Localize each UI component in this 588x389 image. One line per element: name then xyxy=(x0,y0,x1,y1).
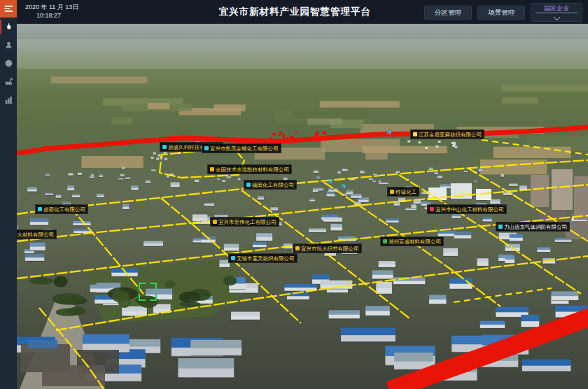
menu-icon[interactable] xyxy=(0,0,17,17)
company-label-text: 潮州百盛材料有限公司 xyxy=(388,238,441,246)
company-label[interactable]: 全国技术水准凯特材料有限公司 xyxy=(207,164,292,174)
company-label[interactable]: 无锡市蓝天纺织有限公司 xyxy=(228,253,298,263)
company-label-text: 横田化工有限公司 xyxy=(252,181,294,189)
company-label[interactable]: 横田化工有限公司 xyxy=(244,180,297,190)
dropdown-label: 园区企业 xyxy=(544,4,569,13)
company-label-text: 特诚化工 xyxy=(396,188,416,196)
factory-icon xyxy=(4,77,13,86)
sidebar-item-fire[interactable] xyxy=(0,17,17,36)
app-window: 2020 年 11 月 13日 10:18:27 宜兴市新材料产业园智慧管理平台… xyxy=(0,0,588,389)
header-bar: 2020 年 11 月 13日 10:18:27 宜兴市新材料产业园智慧管理平台… xyxy=(17,0,588,24)
company-label[interactable]: 宜兴市中山化工材料有限公司 xyxy=(427,204,507,214)
company-label-text: 宜兴市宏伟化工有限公司 xyxy=(218,218,276,226)
company-label[interactable]: 特诚化工 xyxy=(387,187,419,197)
company-label-text: 全国技术水准凯特材料有限公司 xyxy=(216,166,289,174)
company-marker-icon xyxy=(38,207,42,211)
time-text: 10:18:27 xyxy=(36,11,78,20)
company-label-text: 力山远东气体消防有限公司 xyxy=(504,223,567,231)
company-label[interactable]: 宜兴市宏伟化工有限公司 xyxy=(210,217,279,227)
company-label-text: 江苏金霞亚麻纺织有限公司 xyxy=(419,131,482,139)
company-marker-icon xyxy=(498,225,503,229)
company-marker-icon xyxy=(210,167,214,171)
company-label[interactable]: 潮州百盛材料有限公司 xyxy=(380,236,444,246)
sidebar-item-factory[interactable] xyxy=(0,72,17,90)
company-label[interactable]: 虎霸化工有限公司 xyxy=(35,204,88,214)
user-icon xyxy=(4,41,13,50)
power-icon xyxy=(4,59,13,68)
company-label-text: 宜兴市凯茂金螺化工有限公司 xyxy=(210,145,279,153)
company-label[interactable]: 江苏金霞亚麻纺织有限公司 xyxy=(410,129,484,139)
company-marker-icon xyxy=(295,246,300,250)
company-marker-icon xyxy=(390,190,394,194)
company-label[interactable]: 宜兴市恒大织带有限公司 xyxy=(293,243,362,253)
flame-icon xyxy=(4,22,13,31)
date-text: 2020 年 11 月 13日 xyxy=(25,3,78,11)
selection-brackets xyxy=(139,283,157,301)
company-marker-icon xyxy=(204,146,209,150)
company-marker-icon xyxy=(162,145,167,149)
company-label-text: 宜兴市中山化工材料有限公司 xyxy=(435,206,504,213)
company-label[interactable]: 宜兴防火材料有限公司 xyxy=(17,229,57,239)
company-label[interactable]: 力山远东气体消防有限公司 xyxy=(496,222,570,232)
company-marker-icon xyxy=(246,183,251,187)
company-marker-icon xyxy=(430,207,434,211)
sidebar-item-user[interactable] xyxy=(0,36,17,54)
sidebar-item-power[interactable] xyxy=(0,54,17,72)
sidebar-item-stats[interactable] xyxy=(0,90,17,108)
chevron-down-icon xyxy=(553,14,560,21)
company-label-text: 宜兴市恒大织带有限公司 xyxy=(301,245,359,253)
company-label[interactable]: 宜兴市凯茂金螺化工有限公司 xyxy=(202,143,281,153)
company-label-text: 无锡市蓝天纺织有限公司 xyxy=(237,255,295,262)
company-marker-icon xyxy=(413,132,417,136)
datetime: 2020 年 11 月 13日 10:18:27 xyxy=(25,3,78,20)
park-enterprise-dropdown[interactable]: 园区企业 xyxy=(531,3,582,22)
company-marker-icon xyxy=(231,256,235,260)
company-marker-icon xyxy=(213,220,217,224)
sidebar xyxy=(0,0,17,389)
header-actions: 分区管理 场景管理 园区企业 xyxy=(424,3,582,22)
company-label-text: 虎霸化工有限公司 xyxy=(43,206,85,213)
map-3d-view[interactable]: ✈✈✈✈✈ 鼎盛久利科技有限公司宜兴市凯茂金螺化工有限公司全国技术水准凯特材料有… xyxy=(17,24,588,389)
scene-management-button[interactable]: 场景管理 xyxy=(477,6,525,20)
company-marker-icon xyxy=(383,239,387,243)
company-label-text: 宜兴防火材料有限公司 xyxy=(17,231,54,239)
page-title: 宜兴市新材料产业园智慧管理平台 xyxy=(218,6,371,18)
chart-icon xyxy=(4,95,13,104)
zone-management-button[interactable]: 分区管理 xyxy=(424,6,472,20)
